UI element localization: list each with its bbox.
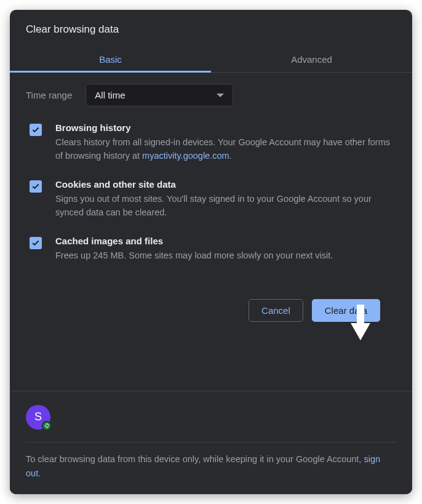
dialog-footer: S To clear browsing data from this devic…	[10, 391, 412, 494]
button-row: Cancel Clear data	[26, 299, 396, 335]
check-icon	[31, 182, 40, 191]
option-title: Cached images and files	[55, 236, 333, 246]
clear-browsing-data-dialog: Clear browsing data Basic Advanced Time …	[10, 10, 412, 494]
checkbox-browsing-history[interactable]	[30, 124, 42, 136]
footer-text: To clear browsing data from this device …	[26, 452, 396, 481]
dialog-body: Time range All time Browsing history Cle…	[10, 73, 412, 391]
option-browsing-history: Browsing history Clears history from all…	[26, 122, 396, 163]
account-row: S	[26, 405, 396, 430]
check-icon	[31, 126, 40, 134]
sync-badge-icon	[42, 421, 52, 431]
tab-bar: Basic Advanced	[10, 47, 412, 73]
time-range-select[interactable]: All time	[86, 84, 233, 106]
option-description: Signs you out of most sites. You'll stay…	[55, 192, 396, 220]
checkbox-cache[interactable]	[30, 237, 42, 249]
checkbox-cookies[interactable]	[30, 180, 42, 193]
tab-label: Basic	[99, 54, 122, 65]
dialog-title: Clear browsing data	[10, 10, 412, 47]
avatar-initial: S	[34, 410, 42, 423]
option-cookies: Cookies and other site data Signs you ou…	[26, 179, 396, 220]
tab-label: Advanced	[291, 54, 332, 65]
check-icon	[31, 239, 40, 247]
option-title: Browsing history	[55, 122, 396, 133]
option-description: Clears history from all signed-in device…	[55, 135, 396, 163]
time-range-label: Time range	[26, 90, 72, 100]
myactivity-link[interactable]: myactivity.google.com	[142, 151, 229, 161]
time-range-value: All time	[95, 90, 125, 100]
option-description: Frees up 245 MB. Some sites may load mor…	[55, 249, 333, 262]
cancel-button[interactable]: Cancel	[249, 299, 303, 322]
divider	[26, 442, 396, 442]
chevron-down-icon	[217, 94, 224, 97]
time-range-row: Time range All time	[26, 84, 396, 106]
tab-advanced[interactable]: Advanced	[211, 47, 412, 72]
option-cache: Cached images and files Frees up 245 MB.…	[26, 236, 396, 262]
option-title: Cookies and other site data	[55, 179, 396, 190]
tab-basic[interactable]: Basic	[10, 47, 211, 72]
arrow-down-icon	[348, 305, 373, 340]
avatar[interactable]: S	[26, 405, 50, 430]
